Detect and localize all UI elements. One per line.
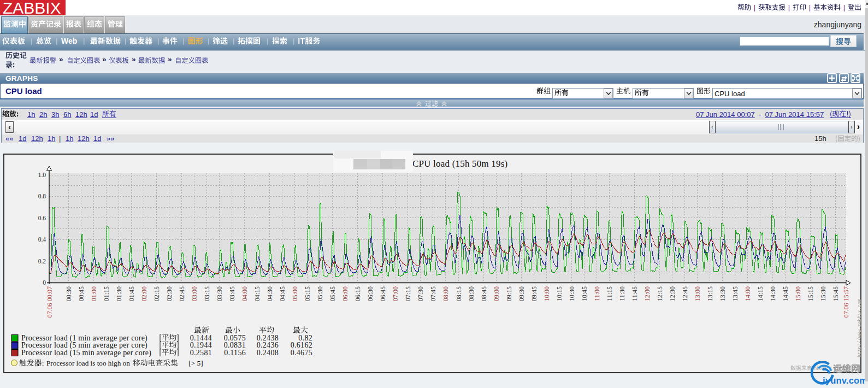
svg-text:10:00: 10:00 xyxy=(543,286,551,301)
svg-text:03:45: 03:45 xyxy=(228,286,236,301)
svg-text:07:30: 07:30 xyxy=(417,286,424,301)
svg-text:02:00: 02:00 xyxy=(140,286,148,301)
svg-text:0.1156: 0.1156 xyxy=(224,349,246,357)
svg-text:00:45: 00:45 xyxy=(78,286,85,301)
svg-text:12:15: 12:15 xyxy=(656,286,664,301)
svg-text:06:15: 06:15 xyxy=(354,286,362,301)
svg-text:09:30: 09:30 xyxy=(518,286,525,301)
svg-text:10:30: 10:30 xyxy=(568,286,576,301)
svg-text:01:00: 01:00 xyxy=(90,286,98,301)
svg-text:03:30: 03:30 xyxy=(216,286,223,301)
svg-text:01:30: 01:30 xyxy=(115,286,123,301)
svg-text:10:45: 10:45 xyxy=(581,286,588,301)
svg-text:02:30: 02:30 xyxy=(166,286,173,301)
svg-text:13:30: 13:30 xyxy=(719,286,727,301)
svg-text:09:45: 09:45 xyxy=(530,286,538,301)
svg-text:[> 5]: [> 5] xyxy=(188,359,203,367)
svg-text:Processor load (15 min average: Processor load (15 min average per core) xyxy=(21,349,151,357)
svg-text:14:30: 14:30 xyxy=(769,286,777,301)
svg-text:14:45: 14:45 xyxy=(782,286,789,301)
svg-text:Processor load is too high on: Processor load is too high on xyxy=(46,359,130,367)
svg-text:02:15: 02:15 xyxy=(153,286,161,301)
svg-text:15:45: 15:45 xyxy=(832,286,840,301)
svg-text:09:15: 09:15 xyxy=(505,286,513,301)
svg-text:12:30: 12:30 xyxy=(669,286,676,301)
svg-text:03:15: 03:15 xyxy=(203,286,211,301)
svg-text:0.4: 0.4 xyxy=(38,236,46,243)
svg-text:07:15: 07:15 xyxy=(404,286,412,301)
svg-text:13:15: 13:15 xyxy=(706,286,714,301)
svg-text:14:00: 14:00 xyxy=(744,286,752,301)
svg-text:14:15: 14:15 xyxy=(757,286,764,301)
svg-text:0: 0 xyxy=(43,279,46,286)
svg-text:04:45: 04:45 xyxy=(279,286,286,301)
svg-text:11:15: 11:15 xyxy=(606,286,613,301)
svg-text:02:45: 02:45 xyxy=(178,286,186,301)
svg-text:http://www.zabbix.com: http://www.zabbix.com xyxy=(857,299,863,357)
svg-text:03:00: 03:00 xyxy=(191,286,198,301)
svg-text:11:30: 11:30 xyxy=(618,286,626,301)
svg-text:0.2581: 0.2581 xyxy=(190,349,212,357)
svg-text:07.06 15:57: 07.06 15:57 xyxy=(842,286,850,318)
svg-text:1.0: 1.0 xyxy=(38,172,46,178)
svg-text:01:15: 01:15 xyxy=(103,286,110,301)
svg-text:06:45: 06:45 xyxy=(379,286,387,301)
svg-text:0.4675: 0.4675 xyxy=(291,349,312,357)
svg-text:07.06 00:07: 07.06 00:07 xyxy=(46,286,54,318)
svg-text:15:30: 15:30 xyxy=(819,286,827,301)
svg-text:05:15: 05:15 xyxy=(304,286,311,301)
svg-text:08:45: 08:45 xyxy=(480,286,488,301)
svg-text:09:00: 09:00 xyxy=(493,286,500,301)
svg-text:CPU load (15h 50m 19s): CPU load (15h 50m 19s) xyxy=(412,158,507,169)
svg-text:15:00: 15:00 xyxy=(794,286,802,301)
svg-text:07:00: 07:00 xyxy=(392,286,399,301)
svg-text:12:45: 12:45 xyxy=(681,286,689,301)
svg-text:15:15: 15:15 xyxy=(807,286,814,301)
svg-text:05:45: 05:45 xyxy=(329,286,336,301)
svg-text:08:00: 08:00 xyxy=(442,286,450,301)
svg-text:04:00: 04:00 xyxy=(241,286,249,301)
svg-text:07:45: 07:45 xyxy=(429,286,437,301)
svg-text:11:00: 11:00 xyxy=(593,286,601,301)
svg-text:00:30: 00:30 xyxy=(65,286,73,301)
svg-text:05:00: 05:00 xyxy=(291,286,299,301)
svg-text:0.6: 0.6 xyxy=(38,215,46,221)
svg-text:12:00: 12:00 xyxy=(643,286,651,301)
svg-text:01:45: 01:45 xyxy=(128,286,135,301)
svg-text:04:30: 04:30 xyxy=(266,286,274,301)
svg-text:04:15: 04:15 xyxy=(253,286,261,301)
svg-text:10:15: 10:15 xyxy=(556,286,563,301)
svg-text:0.2408: 0.2408 xyxy=(257,349,279,357)
svg-text:11:45: 11:45 xyxy=(631,286,639,301)
svg-text:13:45: 13:45 xyxy=(731,286,739,301)
svg-text:05:30: 05:30 xyxy=(316,286,324,301)
svg-text:0.2: 0.2 xyxy=(38,258,46,264)
svg-text:08:15: 08:15 xyxy=(455,286,463,301)
svg-text:13:00: 13:00 xyxy=(694,286,701,301)
svg-text:08:30: 08:30 xyxy=(468,286,475,301)
svg-text:06:00: 06:00 xyxy=(341,286,349,301)
svg-text:0.8: 0.8 xyxy=(38,193,46,199)
svg-text:06:30: 06:30 xyxy=(367,286,374,301)
